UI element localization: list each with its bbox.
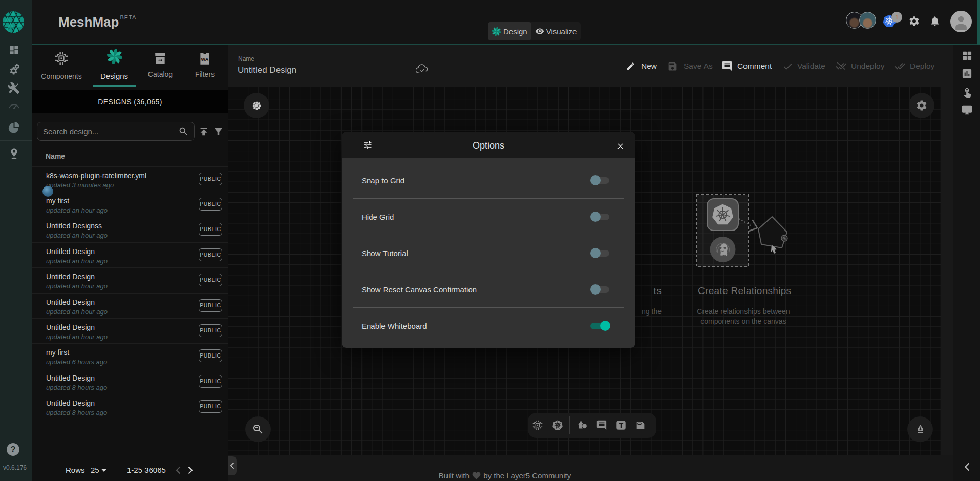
- svg-text:WA: WA: [201, 57, 209, 62]
